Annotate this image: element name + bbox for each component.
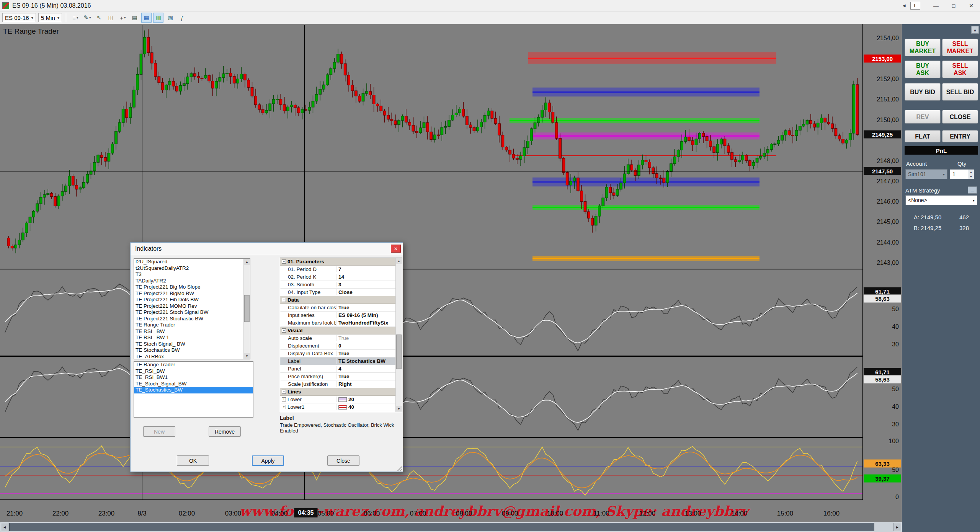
indicator-list-item[interactable]: T3 [134, 271, 243, 278]
property-row[interactable]: Display in Data BoxTrue [280, 350, 395, 357]
instrument-link-button[interactable]: L [910, 2, 920, 10]
property-row[interactable]: 03. Smooth3 [280, 281, 395, 289]
property-row[interactable]: Input seriesES 09-16 (5 Min) [280, 312, 395, 319]
indicator-list-item[interactable]: TE Range Trader [134, 322, 243, 328]
scroll-left-icon[interactable]: ◂ [1, 523, 8, 531]
scrollbar-thumb[interactable] [396, 335, 402, 369]
period-select[interactable]: 5 Min ▾ [38, 13, 62, 22]
collapse-icon[interactable]: − [282, 259, 286, 264]
drawing-tools-icon[interactable]: ✎▾ [82, 13, 92, 23]
indicator-list-item[interactable]: TE Stoch Signal_ BW [134, 341, 243, 348]
indicator-list-item[interactable]: TE Project221 BigMo BW [134, 290, 243, 297]
eraser-icon[interactable]: ◫ [106, 13, 116, 23]
indicator-list-item[interactable]: TE_ATRBox [134, 354, 243, 360]
indicator-list-item[interactable]: TE Project221 MOMO Rev [134, 303, 243, 310]
flat-button[interactable]: FLAT [905, 130, 941, 142]
ok-button[interactable]: OK [177, 455, 209, 466]
indicator-list-item[interactable]: t2U_tSquared [134, 259, 243, 265]
price-axis[interactable]: 2154,002152,002151,002150,002148,002147,… [862, 24, 902, 522]
collapse-icon[interactable]: − [282, 390, 286, 394]
rev-button[interactable]: REV [905, 110, 941, 124]
expand-icon[interactable]: + [282, 397, 286, 401]
stochastic-panel-canvas[interactable] [0, 439, 862, 500]
indicator-list-item[interactable]: TADailyATR2 [134, 278, 243, 284]
scroll-up-icon[interactable]: ▲ [244, 259, 250, 265]
list-scrollbar[interactable]: ▲ ▼ [243, 259, 250, 359]
dialog-title-bar[interactable]: Indicators ✕ [131, 243, 403, 255]
quantity-stepper[interactable]: 1 ▲ ▼ [950, 169, 974, 179]
indicator-list-item[interactable]: TE Project221 Stoch Signal BW [134, 309, 243, 316]
remove-button[interactable]: Remove [209, 426, 241, 437]
properties-icon[interactable]: ƒ [177, 13, 187, 23]
sell-bid-button[interactable]: SELL BID [942, 83, 978, 101]
qty-up-icon[interactable]: ▲ [968, 170, 974, 174]
indicator-list-item[interactable]: TE Project221 Big Mo Slope [134, 284, 243, 290]
available-indicators-list[interactable]: t2U_tSquaredt2UtSquaredDailyATR2T3TADail… [134, 258, 250, 359]
property-row[interactable]: +Lower140 [280, 403, 395, 411]
property-row[interactable]: 04. Input TypeClose [280, 289, 395, 296]
property-section-header[interactable]: −Lines [280, 388, 395, 396]
close-button[interactable]: Close [327, 455, 359, 466]
indicator-list-item[interactable]: TE Stochastics BW [134, 347, 243, 354]
new-button[interactable]: New [143, 426, 175, 437]
configured-indicator-item[interactable]: TE_RSI_BW1 [134, 374, 253, 381]
property-row[interactable]: Panel4 [280, 365, 395, 373]
property-section-header[interactable]: −01. Parameters [280, 258, 395, 266]
horizontal-scrollbar[interactable]: ◂ ▸ [0, 522, 902, 532]
atm-options-button[interactable]: … [968, 186, 977, 194]
apply-button[interactable]: Apply [252, 455, 284, 466]
indicator-list-item[interactable]: TE RSI_ BW 1 [134, 335, 243, 341]
property-grid-scrollbar[interactable]: ▲ ▼ [395, 258, 402, 412]
account-select[interactable]: Sim101 ▾ [905, 169, 947, 179]
sell-market-button[interactable]: SELLMARKET [942, 39, 978, 56]
property-row[interactable]: LabelTE Stochastics BW [280, 357, 395, 365]
collapse-icon[interactable]: − [282, 328, 286, 333]
data-box-icon[interactable]: ▤ [129, 13, 140, 23]
rsi-panel-2-canvas[interactable] [0, 357, 862, 437]
save-chart-icon[interactable]: ▧ [165, 13, 175, 23]
price-panel-canvas[interactable] [0, 25, 862, 269]
buy-market-button[interactable]: BUYMARKET [905, 39, 941, 56]
buy-ask-button[interactable]: BUYASK [905, 60, 941, 78]
property-row[interactable]: +Lower20 [280, 396, 395, 403]
collapse-icon[interactable]: − [282, 298, 286, 302]
scroll-down-icon[interactable]: ▼ [244, 353, 250, 359]
property-section-header[interactable]: −Visual [280, 327, 395, 335]
scrollbar-thumb[interactable] [9, 523, 874, 531]
qty-down-icon[interactable]: ▼ [968, 174, 974, 179]
minimize-button[interactable]: — [927, 0, 945, 11]
maximize-button[interactable]: □ [945, 0, 962, 11]
scroll-right-icon[interactable]: ▸ [893, 523, 901, 531]
configured-indicator-item[interactable]: TE Range Trader [134, 362, 253, 368]
unpin-icon[interactable]: ◄ [898, 3, 910, 8]
time-axis[interactable]: www.forex-warez.com, andreybbrv@gmail.co… [0, 500, 902, 522]
close-window-button[interactable]: ✕ [962, 0, 980, 11]
indicator-list-item[interactable]: t2UtSquaredDailyATR2 [134, 265, 243, 272]
sell-ask-button[interactable]: SELLASK [942, 60, 978, 78]
scroll-down-icon[interactable]: ▼ [396, 406, 402, 412]
property-grid[interactable]: −01. Parameters01. Period D702. Period K… [280, 258, 402, 412]
property-row[interactable]: Calculate on bar closTrue [280, 304, 395, 312]
configured-indicator-item[interactable]: TE_Stochastics_BW [134, 387, 253, 393]
buy-bid-button[interactable]: BUY BID [905, 83, 941, 101]
panel-scroll-up-icon[interactable]: ▲ [971, 26, 979, 34]
property-row[interactable]: Price marker(s)True [280, 373, 395, 380]
property-row[interactable]: 02. Period K14 [280, 273, 395, 281]
rsi-panel-1-canvas[interactable] [0, 270, 862, 356]
expand-icon[interactable]: + [282, 405, 286, 409]
scroll-up-icon[interactable]: ▲ [396, 258, 402, 264]
property-row[interactable]: Auto scaleTrue [280, 335, 395, 342]
property-row[interactable]: Scale justificationRight [280, 380, 395, 388]
entry-button[interactable]: ENTRY [942, 130, 978, 142]
property-section-header[interactable]: −Data [280, 296, 395, 304]
property-row[interactable]: 01. Period D7 [280, 266, 395, 273]
cursor-icon[interactable]: ↖ [94, 13, 104, 23]
indicators-icon[interactable]: ≡▾ [70, 13, 80, 23]
indicator-list-item[interactable]: TE RSI_ BW [134, 328, 243, 335]
property-row[interactable]: Displacement0 [280, 342, 395, 350]
chart-style-icon[interactable]: ▥ [153, 13, 163, 23]
resize-grip[interactable] [397, 466, 402, 471]
configured-indicators-list[interactable]: TE Range TraderTE_RSI_BWTE_RSI_BW1TE_Sto… [134, 361, 253, 418]
atm-strategy-select[interactable]: <None> ▾ [905, 195, 977, 205]
dialog-close-button[interactable]: ✕ [391, 245, 401, 253]
